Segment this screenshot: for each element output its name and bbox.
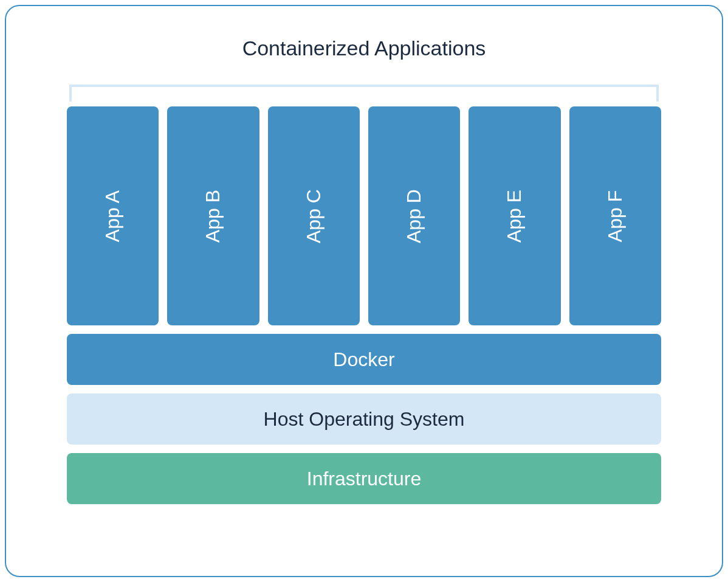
diagram-title: Containerized Applications	[67, 36, 661, 60]
app-box-f: App F	[569, 106, 661, 325]
host-os-label: Host Operating System	[264, 408, 465, 431]
app-box-a: App A	[67, 106, 159, 325]
app-label: App F	[604, 190, 627, 241]
app-label: App E	[503, 189, 526, 242]
docker-label: Docker	[333, 348, 394, 371]
app-box-c: App C	[268, 106, 360, 325]
app-label: App C	[303, 189, 325, 243]
diagram-container: Containerized Applications App A App B A…	[5, 5, 723, 577]
app-label: App A	[101, 190, 124, 241]
apps-row: App A App B App C App D App E App F	[67, 106, 661, 325]
app-label: App D	[403, 189, 425, 243]
infrastructure-label: Infrastructure	[307, 468, 422, 490]
apps-bracket	[69, 85, 659, 102]
infrastructure-layer: Infrastructure	[67, 453, 661, 504]
app-box-e: App E	[469, 106, 560, 325]
host-os-layer: Host Operating System	[67, 393, 661, 445]
app-box-b: App B	[167, 106, 259, 325]
app-box-d: App D	[368, 106, 460, 325]
app-label: App B	[202, 189, 224, 242]
docker-layer: Docker	[67, 334, 661, 385]
